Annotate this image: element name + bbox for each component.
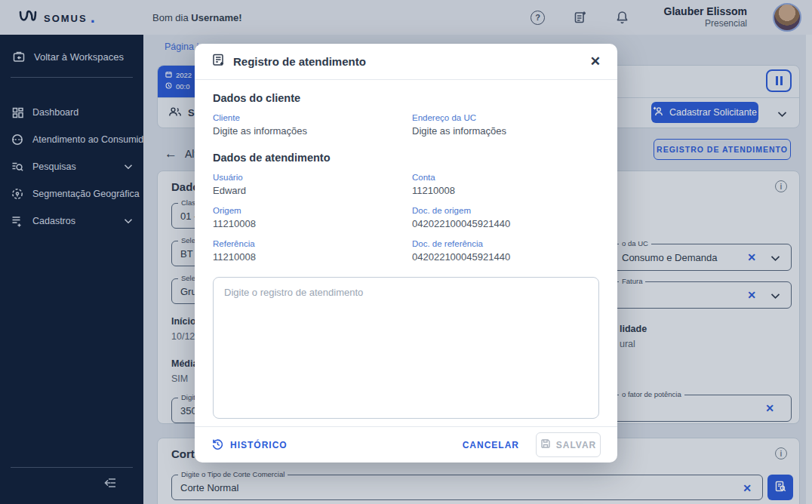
field-referencia: Referência 11210008 xyxy=(213,239,412,263)
history-icon xyxy=(211,438,224,453)
field-value: 11210008 xyxy=(213,251,412,263)
field-value: 11210008 xyxy=(213,218,412,229)
field-label: Cliente xyxy=(213,113,412,122)
close-icon[interactable]: ✕ xyxy=(590,55,601,68)
salvar-label: SALVAR xyxy=(556,440,597,450)
field-doc-origem: Doc. de origem 042022100045921440 xyxy=(412,206,599,229)
field-value: Digite as informações xyxy=(412,125,599,137)
historico-label: HISTÓRICO xyxy=(230,440,288,450)
save-icon xyxy=(540,438,551,451)
field-label: Conta xyxy=(412,173,599,182)
field-value: Digite as informações xyxy=(213,125,412,137)
app-screen: somus . Bom dia Username! ? Glauber Elis… xyxy=(0,0,812,504)
field-value: 11210008 xyxy=(412,185,599,196)
section-heading-cliente: Dados do cliente xyxy=(213,92,599,104)
salvar-button[interactable]: SALVAR xyxy=(536,432,601,457)
field-cliente: Cliente Digite as informações xyxy=(213,113,412,137)
field-usuario: Usuário Edward xyxy=(213,173,412,196)
registro-textarea[interactable] xyxy=(213,277,599,419)
field-conta: Conta 11210008 xyxy=(412,173,599,196)
client-fields: Cliente Digite as informações Endereço d… xyxy=(213,113,599,146)
field-value: Edward xyxy=(213,185,412,196)
field-value: 042022100045921440 xyxy=(412,251,599,263)
field-origem: Origem 11210008 xyxy=(213,206,412,229)
section-heading-atendimento: Dados de atendimento xyxy=(213,152,599,164)
modal-footer: HISTÓRICO CANCELAR SALVAR xyxy=(195,426,617,463)
field-value: 042022100045921440 xyxy=(412,218,599,229)
field-label: Doc. de referência xyxy=(412,239,599,248)
modal-body: Dados do cliente Cliente Digite as infor… xyxy=(195,80,617,426)
attendance-fields: Usuário Edward Conta 11210008 Origem 112… xyxy=(213,173,599,272)
field-doc-referencia: Doc. de referência 042022100045921440 xyxy=(412,239,599,263)
field-label: Origem xyxy=(213,206,412,215)
modal-header: Registro de atendimento ✕ xyxy=(195,44,617,80)
field-endereco-uc: Endereço da UC Digite as informações xyxy=(412,113,599,137)
doc-add-icon xyxy=(211,53,226,70)
cancelar-button[interactable]: CANCELAR xyxy=(463,440,519,450)
modal-title: Registro de atendimento xyxy=(233,55,583,68)
field-label: Usuário xyxy=(213,173,412,182)
field-label: Endereço da UC xyxy=(412,113,599,122)
field-label: Doc. de origem xyxy=(412,206,599,215)
field-label: Referência xyxy=(213,239,412,248)
registro-atendimento-modal: Registro de atendimento ✕ Dados do clien… xyxy=(195,44,617,463)
historico-button[interactable]: HISTÓRICO xyxy=(211,438,288,453)
